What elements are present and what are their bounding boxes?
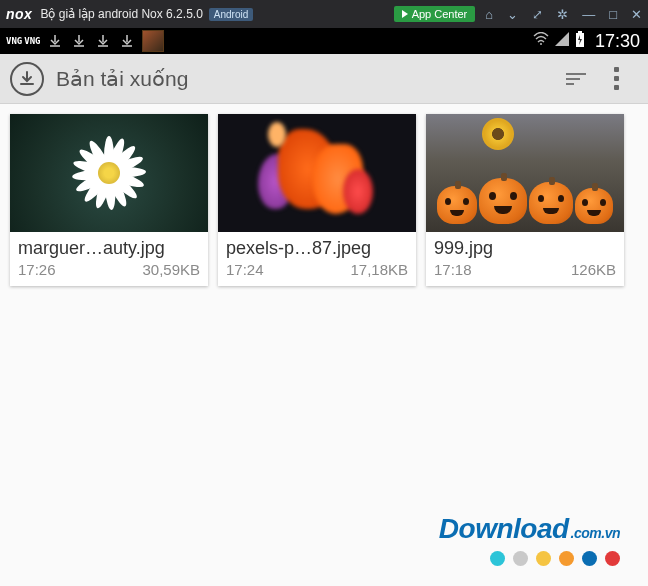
file-size: 17,18KB — [350, 261, 408, 278]
svg-point-0 — [540, 43, 542, 45]
file-time: 17:26 — [18, 261, 56, 278]
file-size: 30,59KB — [142, 261, 200, 278]
fullscreen-icon[interactable]: ⤢ — [532, 7, 543, 22]
status-time: 17:30 — [595, 31, 640, 52]
app-center-button[interactable]: App Center — [394, 6, 476, 22]
watermark-suffix: .com.vn — [571, 525, 620, 541]
nox-toolbar: VNG VNG 17:30 — [0, 28, 648, 54]
file-size: 126KB — [571, 261, 616, 278]
svg-rect-1 — [578, 31, 582, 33]
watermark-dots — [439, 551, 620, 566]
app-title: Bản tải xuống — [56, 67, 556, 91]
download-indicator-icon[interactable] — [118, 32, 136, 50]
thumbnail-image — [10, 114, 208, 232]
downloads-grid: marguer…auty.jpg 17:26 30,59KB pexels-p…… — [10, 114, 638, 286]
battery-charging-icon — [575, 31, 585, 51]
file-time: 17:24 — [226, 261, 264, 278]
play-icon — [402, 10, 408, 18]
downloads-content: marguer…auty.jpg 17:26 30,59KB pexels-p…… — [0, 104, 648, 586]
file-name: marguer…auty.jpg — [18, 238, 200, 259]
android-badge: Android — [209, 8, 253, 21]
file-time: 17:18 — [434, 261, 472, 278]
window-title: Bộ giả lập android Nox 6.2.5.0 — [40, 7, 202, 21]
download-item[interactable]: pexels-p…87.jpeg 17:24 17,18KB — [218, 114, 416, 286]
watermark-text: Download — [439, 513, 569, 544]
minimize-icon[interactable]: — — [582, 7, 595, 22]
download-item[interactable]: 999.jpg 17:18 126KB — [426, 114, 624, 286]
virtual-keys-icon[interactable]: ⌂ — [485, 7, 493, 22]
app-shortcut-2[interactable]: VNG — [24, 36, 40, 46]
close-icon[interactable]: ✕ — [631, 7, 642, 22]
downloads-app-icon[interactable] — [10, 62, 44, 96]
android-status-icons: 17:30 — [533, 31, 642, 52]
settings-gear-icon[interactable]: ✲ — [557, 7, 568, 22]
app-shortcut-1[interactable]: VNG — [6, 36, 22, 46]
thumbnail-image — [426, 114, 624, 232]
thumbnail-image — [218, 114, 416, 232]
overflow-menu-icon — [614, 67, 619, 90]
overflow-menu-button[interactable] — [596, 59, 636, 99]
window-title-bar: nox Bộ giả lập android Nox 6.2.5.0 Andro… — [0, 0, 648, 28]
file-name: 999.jpg — [434, 238, 616, 259]
signal-icon — [555, 32, 569, 50]
download-indicator-icon[interactable] — [70, 32, 88, 50]
download-item[interactable]: marguer…auty.jpg 17:26 30,59KB — [10, 114, 208, 286]
sort-button[interactable] — [556, 59, 596, 99]
maximize-icon[interactable]: □ — [609, 7, 617, 22]
app-action-bar: Bản tải xuống — [0, 54, 648, 104]
download-indicator-icon[interactable] — [94, 32, 112, 50]
wifi-icon — [533, 32, 549, 50]
app-center-label: App Center — [412, 8, 468, 20]
app-shortcut-thumbnail[interactable] — [142, 30, 164, 52]
file-name: pexels-p…87.jpeg — [226, 238, 408, 259]
dropdown-icon[interactable]: ⌄ — [507, 7, 518, 22]
download-indicator-icon[interactable] — [46, 32, 64, 50]
watermark: Download.com.vn — [439, 513, 620, 566]
nox-logo: nox — [6, 6, 32, 22]
